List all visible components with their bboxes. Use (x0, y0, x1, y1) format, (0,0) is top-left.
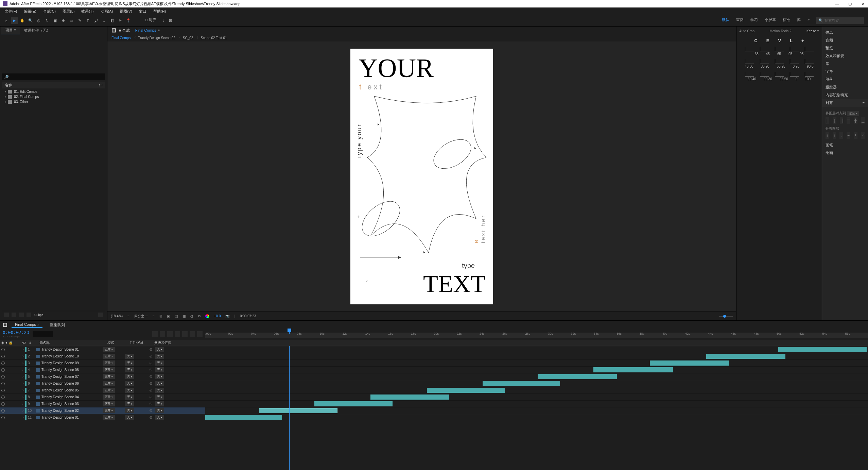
anchor-tool[interactable]: ⊕ (60, 17, 67, 24)
project-btn-3[interactable] (19, 313, 24, 317)
tl-icon-6[interactable] (190, 331, 195, 337)
visibility-toggle[interactable] (1, 416, 5, 419)
parent-dropdown[interactable]: 无 (155, 367, 164, 372)
align-top[interactable]: ▔ (847, 117, 850, 124)
camera-icon[interactable]: 📷 (225, 314, 229, 318)
snap-opt-1[interactable]: ⋮⋮ (158, 17, 165, 24)
track-row[interactable] (205, 407, 868, 414)
layer-clip[interactable] (314, 401, 393, 406)
visibility-toggle[interactable] (1, 362, 5, 365)
workspace-standard[interactable]: 标准 (783, 17, 790, 24)
blend-mode-dropdown[interactable]: 正常 (103, 395, 115, 400)
dist-5[interactable]: ⋮ (854, 132, 857, 139)
layer-clip[interactable] (538, 374, 617, 379)
pen-tool[interactable]: ✎ (76, 17, 83, 24)
layer-row[interactable]: › 6 Trandy Design Scene 06 正常 无 ⦾ 无 (0, 380, 205, 387)
ease-curve[interactable] (790, 47, 799, 51)
track-row[interactable] (205, 346, 868, 353)
parent-pickwhip[interactable]: ⦾ (148, 402, 154, 406)
track-row[interactable] (205, 394, 868, 401)
layer-row[interactable]: › 1 Trandy Design Scene 01 正常 ⦾ 无 (0, 346, 205, 353)
dist-4[interactable]: ⋯ (847, 132, 850, 139)
panel-paint[interactable]: 绘画 (822, 149, 868, 157)
project-search[interactable]: 🔎 (2, 73, 105, 80)
project-btn-1[interactable] (4, 313, 9, 317)
visibility-toggle[interactable] (1, 355, 5, 358)
resolution-dropdown[interactable]: 四分之一 (134, 314, 148, 319)
exposure-slider[interactable] (719, 316, 733, 317)
dist-2[interactable]: ⫵ (833, 132, 836, 139)
parent-dropdown[interactable]: 无 (155, 374, 164, 379)
parent-pickwhip[interactable]: ⦾ (148, 382, 154, 386)
trkmat-dropdown[interactable]: 无 (125, 415, 134, 420)
layer-row[interactable]: › 9 Trandy Design Scene 03 正常 无 ⦾ 无 (0, 401, 205, 407)
kease-l[interactable]: L (790, 38, 793, 43)
playhead[interactable] (289, 346, 290, 470)
breadcrumb-item[interactable]: SC_02 (183, 36, 193, 40)
ease-curve[interactable] (760, 59, 769, 64)
layer-row[interactable]: › 11 Trandy Design Scene 01 正常 无 ⦾ 无 (0, 414, 205, 421)
panel-preview[interactable]: 预览 (822, 44, 868, 52)
project-tag-icon[interactable]: 🏷 (99, 83, 102, 87)
align-hcenter[interactable]: ┼ (833, 117, 836, 124)
visibility-toggle[interactable] (1, 389, 5, 392)
ease-curve[interactable] (760, 72, 769, 77)
snap-toggle[interactable]: □ 对齐 (145, 17, 156, 24)
tl-icon-4[interactable] (175, 331, 180, 337)
timeline-search[interactable] (33, 331, 53, 337)
visibility-toggle[interactable] (1, 402, 5, 406)
layer-clip[interactable] (427, 388, 505, 393)
ease-curve[interactable] (760, 47, 769, 51)
breadcrumb-item[interactable]: Scene 02 Text 01 (201, 36, 227, 40)
brush-tool[interactable]: 🖌 (92, 17, 99, 24)
kease-plus[interactable]: + (801, 38, 804, 43)
track-row[interactable] (205, 373, 868, 380)
workspace-default[interactable]: 默认 (722, 17, 729, 24)
visibility-toggle[interactable] (1, 409, 5, 413)
vf-channel-icon[interactable]: ▦ (183, 314, 186, 318)
trkmat-dropdown[interactable]: 无 (125, 354, 134, 359)
trkmat-dropdown[interactable]: 无 (125, 408, 134, 413)
project-header-name[interactable]: 名称 (5, 83, 12, 88)
ease-curve[interactable] (775, 72, 784, 77)
ease-curve[interactable] (790, 59, 799, 64)
maximize-button[interactable]: ▢ (848, 2, 852, 6)
close-tab-icon[interactable]: ≡ (157, 28, 159, 32)
parent-pickwhip[interactable]: ⦾ (148, 375, 154, 379)
expand-arrow[interactable]: › (21, 416, 25, 419)
project-folder[interactable]: ›01. Edit Comps (2, 89, 105, 94)
panel-character[interactable]: 字符 (822, 68, 868, 75)
menu-file[interactable]: 文件(F) (1, 9, 20, 14)
panel-library[interactable]: 库 (822, 60, 868, 68)
snap-opt-2[interactable]: ⊡ (167, 17, 174, 24)
trkmat-dropdown[interactable]: 无 (125, 374, 134, 379)
col-mode[interactable]: 模式 (106, 339, 128, 346)
project-folder[interactable]: ›03. Other (2, 99, 105, 104)
expand-arrow[interactable]: › (21, 361, 25, 365)
menu-layer[interactable]: 图层(L) (59, 9, 78, 14)
rotate-tool[interactable]: ↻ (44, 17, 50, 24)
kease-c[interactable]: C (754, 38, 757, 43)
parent-pickwhip[interactable]: ⦾ (148, 368, 154, 372)
layer-row[interactable]: › 5 Trandy Design Scene 07 正常 无 ⦾ 无 (0, 373, 205, 380)
zoom-tool[interactable]: 🔍 (27, 17, 34, 24)
blend-mode-dropdown[interactable]: 正常 (103, 367, 115, 372)
layer-clip[interactable] (483, 381, 560, 386)
expand-arrow[interactable]: › (21, 395, 25, 399)
parent-dropdown[interactable]: 无 (155, 415, 164, 420)
vf-timecode[interactable]: 0:00:07:23 (240, 314, 256, 318)
menu-view[interactable]: 视图(V) (116, 9, 136, 14)
eraser-tool[interactable]: ◧ (109, 17, 116, 24)
tl-lock-icon[interactable]: 🔳 (3, 323, 7, 327)
panel-tracker[interactable]: 跟踪器 (822, 83, 868, 91)
breadcrumb-item[interactable]: Final Comps (111, 36, 131, 40)
expand-arrow[interactable]: › (21, 409, 25, 413)
track-row[interactable] (205, 367, 868, 373)
vf-grid-icon[interactable]: ⊞ (159, 314, 162, 318)
visibility-toggle[interactable] (1, 382, 5, 385)
dist-3[interactable]: ⫶ (839, 132, 843, 139)
layer-clip[interactable] (778, 347, 867, 352)
text-tool[interactable]: T (84, 17, 91, 24)
expand-arrow[interactable]: › (21, 368, 25, 372)
trkmat-dropdown[interactable]: 无 (125, 401, 134, 406)
